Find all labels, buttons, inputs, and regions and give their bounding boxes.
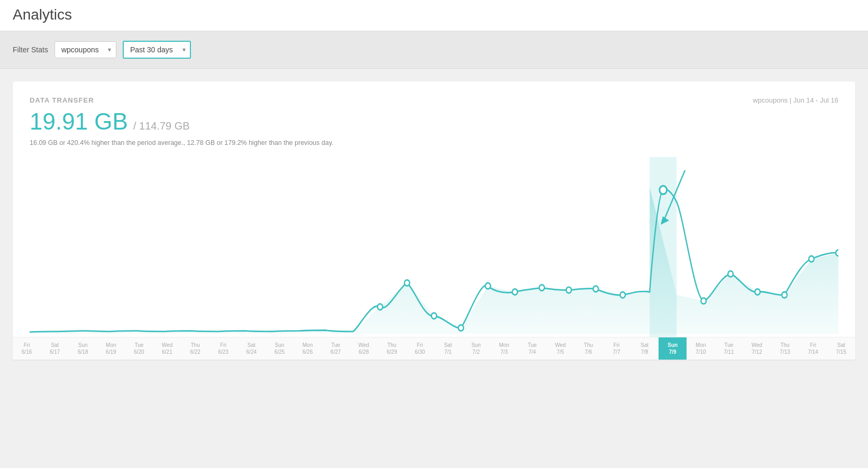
x-label-7-5: Wed7/5 xyxy=(546,337,574,360)
x-label-6-26: Mon6/26 xyxy=(294,337,322,360)
x-label-6-30: Fri6/30 xyxy=(406,337,434,360)
x-label-7-6: Thu7/6 xyxy=(574,337,602,360)
page-header: Analytics xyxy=(0,0,868,31)
section-label: DATA TRANSFER xyxy=(30,96,94,104)
main-value-row: 19.91 GB / 114.79 GB xyxy=(30,108,838,135)
x-label-6-20: Tue6/20 xyxy=(125,337,153,360)
svg-point-14 xyxy=(701,298,706,304)
x-label-6-19: Mon6/19 xyxy=(97,337,125,360)
x-label-6-18: Sun6/18 xyxy=(69,337,97,360)
period-select-wrapper[interactable]: Past 30 days Past 7 days Past 90 days xyxy=(123,41,191,59)
svg-point-13 xyxy=(660,186,667,194)
svg-point-18 xyxy=(809,256,814,262)
svg-point-4 xyxy=(405,280,410,286)
current-value: 19.91 GB xyxy=(30,108,128,135)
chart-card: DATA TRANSFER wpcoupons | Jun 14 - Jul 1… xyxy=(13,81,855,360)
x-label-6-22: Thu6/22 xyxy=(181,337,209,360)
main-content: DATA TRANSFER wpcoupons | Jun 14 - Jul 1… xyxy=(0,69,868,372)
x-label-7-10: Mon7/10 xyxy=(687,337,715,360)
chart-area xyxy=(30,157,838,337)
x-label-6-25: Sun6/25 xyxy=(266,337,294,360)
x-label-7-1: Sat7/1 xyxy=(434,337,462,360)
svg-point-8 xyxy=(512,289,517,295)
x-label-6-17: Sat6/17 xyxy=(41,337,69,360)
site-select[interactable]: wpcoupons xyxy=(54,41,116,58)
x-label-7-15: Sat7/15 xyxy=(827,337,855,360)
x-label-6-24: Sat6/24 xyxy=(237,337,266,360)
svg-point-17 xyxy=(782,292,787,298)
svg-point-11 xyxy=(593,286,598,292)
total-value: / 114.79 GB xyxy=(133,120,190,132)
date-range-label: wpcoupons | Jun 14 - Jul 16 xyxy=(753,96,838,104)
x-label-6-28: Wed6/28 xyxy=(350,337,378,360)
site-select-wrapper[interactable]: wpcoupons xyxy=(54,41,116,58)
card-top-row: DATA TRANSFER wpcoupons | Jun 14 - Jul 1… xyxy=(30,96,838,104)
x-label-7-2: Sun7/2 xyxy=(462,337,490,360)
filter-bar: Filter Stats wpcoupons Past 30 days Past… xyxy=(0,31,868,69)
x-label-7-3: Mon7/3 xyxy=(490,337,518,360)
svg-point-5 xyxy=(432,313,437,319)
x-axis-labels: Fri6/16Sat6/17Sun6/18Mon6/19Tue6/20Wed6/… xyxy=(13,337,855,360)
page-title: Analytics xyxy=(13,6,855,23)
x-label-7-8: Sat7/8 xyxy=(631,337,659,360)
x-label-7-12: Wed7/12 xyxy=(743,337,771,360)
x-label-6-27: Tue6/27 xyxy=(322,337,350,360)
x-label-6-29: Thu6/29 xyxy=(378,337,406,360)
x-label-7-11: Tue7/11 xyxy=(715,337,743,360)
x-label-6-21: Wed6/21 xyxy=(153,337,181,360)
x-label-6-16: Fri6/16 xyxy=(13,337,41,360)
svg-point-16 xyxy=(755,289,760,295)
period-select[interactable]: Past 30 days Past 7 days Past 90 days xyxy=(123,41,191,59)
chart-svg xyxy=(30,157,838,337)
filter-label: Filter Stats xyxy=(13,45,48,54)
svg-point-12 xyxy=(620,292,625,298)
sub-text: 16.09 GB or 420.4% higher than the perio… xyxy=(30,139,838,146)
svg-point-3 xyxy=(378,304,383,310)
x-label-7-4: Tue7/4 xyxy=(518,337,546,360)
svg-point-7 xyxy=(486,283,491,289)
svg-point-15 xyxy=(728,271,733,277)
x-label-7-9: Sun7/9 xyxy=(659,337,687,360)
x-label-7-14: Fri7/14 xyxy=(799,337,827,360)
svg-point-6 xyxy=(459,325,464,331)
svg-point-19 xyxy=(836,250,838,256)
x-label-6-23: Fri6/23 xyxy=(209,337,237,360)
x-label-7-13: Thu7/13 xyxy=(771,337,799,360)
svg-point-10 xyxy=(566,287,571,293)
x-label-7-7: Fri7/7 xyxy=(602,337,631,360)
svg-point-9 xyxy=(539,285,544,290)
